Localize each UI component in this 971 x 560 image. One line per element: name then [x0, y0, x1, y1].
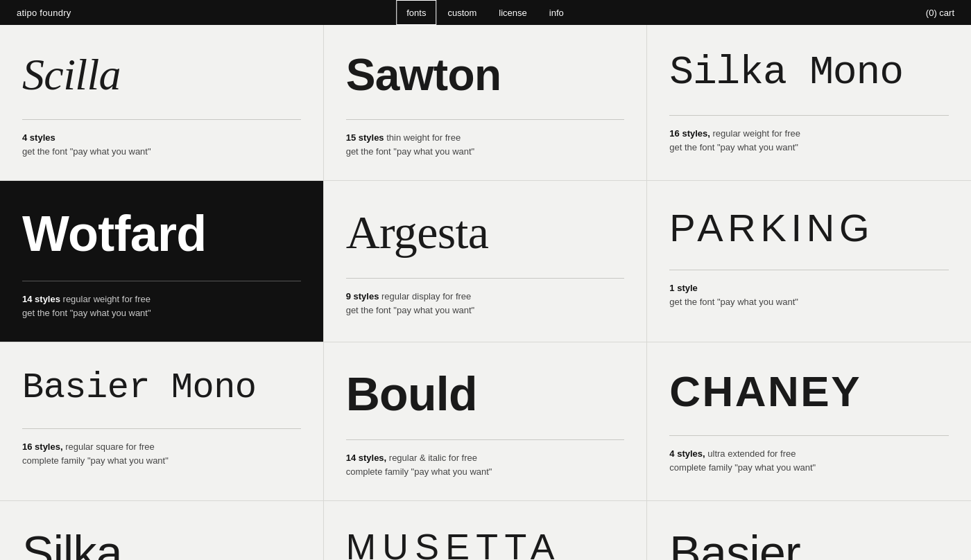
font-price-info: get the font "pay what you want" [346, 145, 625, 159]
font-price-info: complete family "pay what you want" [346, 465, 625, 479]
cart-button[interactable]: (0) cart [926, 8, 954, 18]
font-divider [346, 278, 625, 279]
font-divider [669, 115, 949, 116]
font-grid: Scilla4 stylesget the font "pay what you… [0, 25, 971, 560]
font-styles-count: 4 styles, [669, 448, 705, 459]
font-price-info: get the font "pay what you want" [22, 145, 301, 159]
font-meta: 4 stylesget the font "pay what you want" [22, 131, 301, 158]
font-divider [22, 428, 301, 429]
font-name: Basier [669, 529, 949, 560]
font-cell-parking[interactable]: PARKING1 styleget the font "pay what you… [647, 181, 971, 342]
font-name: Bould [346, 370, 625, 417]
font-styles-count: 9 styles [346, 291, 379, 301]
font-divider [22, 281, 301, 281]
font-divider [22, 119, 301, 120]
font-meta: 9 styles regular display for freeget the… [346, 290, 625, 317]
main-content: Scilla4 stylesget the font "pay what you… [0, 25, 971, 560]
font-styles-count: 16 styles, [669, 128, 710, 139]
font-divider [346, 439, 625, 440]
font-meta: 1 styleget the font "pay what you want" [669, 281, 949, 308]
font-name: Scilla [22, 53, 301, 97]
font-price-info: get the font "pay what you want" [346, 304, 625, 317]
font-price-info: complete family "pay what you want" [22, 454, 301, 468]
nav-fonts[interactable]: fonts [396, 0, 436, 25]
font-divider [669, 435, 949, 436]
nav-custom[interactable]: custom [436, 0, 488, 25]
nav-license[interactable]: license [488, 0, 538, 25]
font-meta: 16 styles, regular square for freecomple… [22, 440, 301, 467]
font-name: Sawton [346, 53, 625, 97]
font-name: Silka [22, 529, 301, 560]
font-cell-basier[interactable]: Basier16 styles, regular for freecomplet… [647, 501, 971, 560]
font-cell-scilla[interactable]: Scilla4 stylesget the font "pay what you… [0, 25, 324, 181]
font-cell-wotfard[interactable]: Wotfard14 styles regular weight for free… [0, 181, 324, 342]
font-cell-basier-mono[interactable]: Basier Mono16 styles, regular square for… [0, 342, 324, 501]
site-logo[interactable]: atipo foundry [17, 8, 71, 18]
font-styles-count: 15 styles [346, 132, 384, 143]
font-name: Argesta [346, 209, 625, 256]
font-cell-bould[interactable]: Bould14 styles, regular & italic for fre… [324, 342, 648, 501]
font-name: Basier Mono [22, 370, 301, 406]
font-name: Silka Mono [669, 53, 949, 93]
font-meta: 16 styles, regular weight for freeget th… [669, 127, 949, 154]
font-cell-silka[interactable]: Silka16 styles, regular & italic for fre… [0, 501, 324, 560]
font-cell-argesta[interactable]: Argesta9 styles regular display for free… [324, 181, 648, 342]
font-price-info: get the font "pay what you want" [669, 141, 949, 155]
font-divider [346, 119, 625, 120]
font-meta: 15 styles thin weight for freeget the fo… [346, 131, 625, 158]
font-styles-count: 1 style [669, 283, 697, 293]
font-price-info: complete family "pay what you want" [669, 461, 949, 475]
font-cell-musetta[interactable]: MUSETTA1 styleget the font "pay what you… [324, 501, 648, 560]
font-name: PARKING [669, 209, 949, 247]
font-meta: 4 styles, ultra extended for freecomplet… [669, 447, 949, 474]
nav-info[interactable]: info [538, 0, 575, 25]
main-nav: fonts custom license info [396, 0, 575, 25]
font-divider [669, 270, 949, 270]
font-cell-chaney[interactable]: CHANEY4 styles, ultra extended for freec… [647, 342, 971, 501]
font-name: Wotfard [22, 209, 301, 259]
font-styles-count: 14 styles [22, 294, 60, 304]
font-styles-count: 14 styles, [346, 453, 387, 463]
site-header: atipo foundry fonts custom license info … [0, 0, 971, 25]
font-styles-count: 16 styles, [22, 441, 63, 452]
font-cell-sawton[interactable]: Sawton15 styles thin weight for freeget … [324, 25, 648, 181]
font-price-info: get the font "pay what you want" [669, 295, 949, 309]
font-cell-silka-mono[interactable]: Silka Mono16 styles, regular weight for … [647, 25, 971, 181]
font-meta: 14 styles, regular & italic for freecomp… [346, 451, 625, 478]
font-meta: 14 styles regular weight for freeget the… [22, 292, 301, 320]
font-name: MUSETTA [346, 529, 625, 560]
font-name: CHANEY [669, 370, 949, 413]
font-price-info: get the font "pay what you want" [22, 306, 301, 320]
font-styles-count: 4 styles [22, 132, 55, 143]
